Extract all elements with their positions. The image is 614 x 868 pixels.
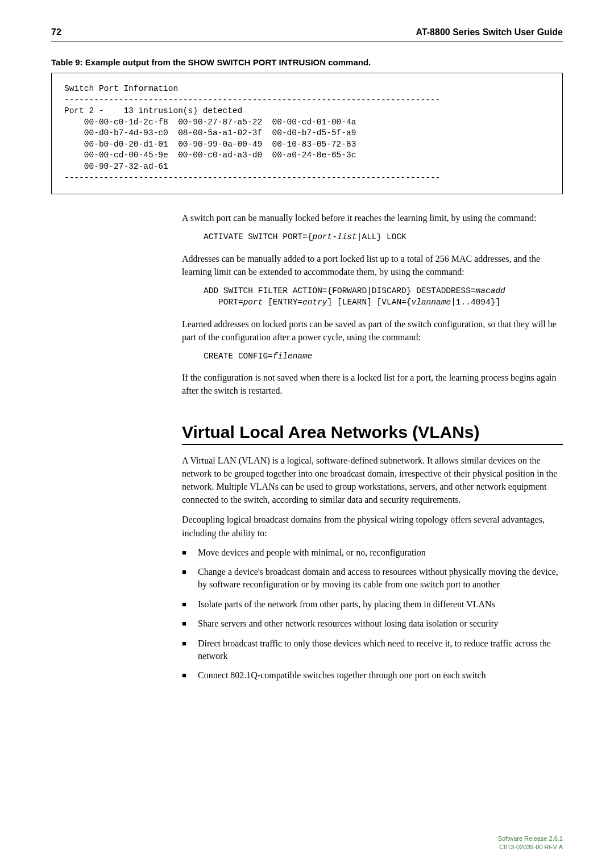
list-item: Share servers and other network resource… xyxy=(182,617,563,630)
list-item: Move devices and people with minimal, or… xyxy=(182,546,563,559)
cmd-text: |1..4094}] xyxy=(451,298,500,307)
mac: 00-10-83-05-72-83 xyxy=(272,140,356,149)
mac: 00-90-99-0a-00-49 xyxy=(178,140,262,149)
cmd-arg: macadd xyxy=(476,286,505,295)
code-line: Port 2 - 13 intrusion(s) detected xyxy=(64,106,242,115)
command-line: ADD SWITCH FILTER ACTION={FORWARD|DISCAR… xyxy=(204,285,563,308)
paragraph: If the configuration is not saved when t… xyxy=(182,371,563,397)
mac: 00-00-c0-ad-a3-d0 xyxy=(178,151,262,160)
code-line: Switch Port Information xyxy=(64,84,178,93)
footer-line: C613-02039-00 REV A xyxy=(498,843,563,851)
page-number: 72 xyxy=(51,27,61,37)
bullet-list: Move devices and people with minimal, or… xyxy=(182,546,563,682)
command-line: ACTIVATE SWITCH PORT={port-list|ALL} LOC… xyxy=(204,231,563,243)
cmd-arg: port xyxy=(243,298,263,307)
cmd-text: CREATE CONFIG= xyxy=(204,352,273,361)
mac: 00-00-cd-01-00-4a xyxy=(272,118,356,127)
code-output-box: Switch Port Information ----------------… xyxy=(51,73,563,194)
command-line: CREATE CONFIG=filename xyxy=(204,350,563,362)
cmd-text: PORT= xyxy=(204,298,243,307)
page-header: 72 AT-8800 Series Switch User Guide xyxy=(51,27,563,41)
cmd-text: ] [LEARN] [VLAN={ xyxy=(327,298,412,307)
mac: 00-d0-b7-d5-5f-a9 xyxy=(272,128,356,137)
cmd-arg: port-list xyxy=(312,232,356,241)
mac: 00-d0-b7-4d-93-c0 xyxy=(84,128,168,137)
cmd-text: |ALL} LOCK xyxy=(357,232,406,241)
table-title: Table 9: Example output from the SHOW SW… xyxy=(51,57,563,67)
body-content: A switch port can be manually locked bef… xyxy=(182,211,563,682)
page-header-title: AT-8800 Series Switch User Guide xyxy=(416,27,563,37)
paragraph: A switch port can be manually locked bef… xyxy=(182,211,563,224)
cmd-text: [ENTRY= xyxy=(263,298,302,307)
mac: 00-00-cd-00-45-9e xyxy=(84,151,168,160)
list-item: Change a device's broadcast domain and a… xyxy=(182,566,563,591)
section-heading: Virtual Local Area Networks (VLANs) xyxy=(182,423,563,442)
mac: 00-a0-24-8e-65-3c xyxy=(272,151,356,160)
mac: 00-b0-d0-20-d1-01 xyxy=(84,140,168,149)
cmd-text: ACTIVATE SWITCH PORT={ xyxy=(204,232,312,241)
section-rule xyxy=(182,444,563,445)
cmd-text: ADD SWITCH FILTER ACTION={FORWARD|DISCAR… xyxy=(204,286,476,295)
cmd-arg: filename xyxy=(273,352,313,361)
footer-line: Software Release 2.6.1 xyxy=(498,834,563,842)
paragraph: Decoupling logical broadcast domains fro… xyxy=(182,513,563,539)
mac: 00-00-c0-1d-2c-f8 xyxy=(84,118,168,127)
mac: 00-90-27-87-a5-22 xyxy=(178,118,262,127)
paragraph: Learned addresses on locked ports can be… xyxy=(182,318,563,344)
code-line: ----------------------------------------… xyxy=(64,173,440,182)
paragraph: Addresses can be manually added to a por… xyxy=(182,252,563,278)
list-item: Isolate parts of the network from other … xyxy=(182,598,563,611)
cmd-arg: entry xyxy=(302,298,327,307)
list-item: Direct broadcast traffic to only those d… xyxy=(182,637,563,663)
page-footer: Software Release 2.6.1 C613-02039-00 REV… xyxy=(498,834,563,851)
paragraph: A Virtual LAN (VLAN) is a logical, softw… xyxy=(182,454,563,507)
list-item: Connect 802.1Q-compatible switches toget… xyxy=(182,669,563,682)
mac: 08-00-5a-a1-02-3f xyxy=(178,128,262,137)
mac: 00-90-27-32-ad-61 xyxy=(84,162,168,171)
code-line: ----------------------------------------… xyxy=(64,95,440,105)
cmd-arg: vlanname xyxy=(412,298,451,307)
